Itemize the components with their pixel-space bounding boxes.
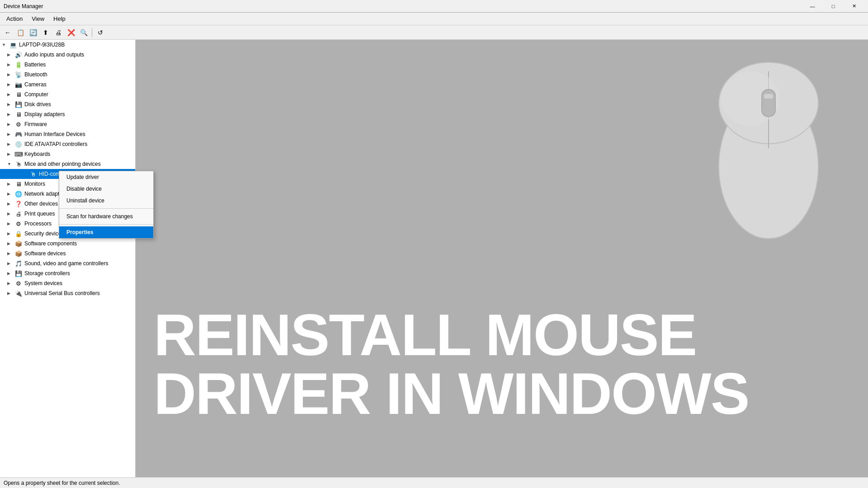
- tree-node-label: Computer: [24, 91, 48, 98]
- tree-node-icon: 🌐: [14, 190, 23, 198]
- tree-item[interactable]: ▶🎵Sound, video and game controllers: [0, 258, 135, 268]
- tree-item[interactable]: ▶💾Storage controllers: [0, 268, 135, 278]
- window-title: Device Manager: [4, 3, 802, 9]
- tree-expand-icon: ▶: [7, 122, 14, 127]
- svg-rect-5: [764, 94, 773, 99]
- tree-item[interactable]: ▶⚙System devices: [0, 278, 135, 288]
- tree-node-icon: 🎮: [14, 130, 23, 138]
- right-panel: REINSTALL MOUSE DRIVER IN WINDOWS: [136, 40, 868, 477]
- ctx-scan-hardware[interactable]: Scan for hardware changes: [59, 211, 153, 222]
- tree-node-label: Audio inputs and outputs: [24, 52, 84, 58]
- ctx-disable-device[interactable]: Disable device: [59, 183, 153, 195]
- overlay-line1: REINSTALL MOUSE: [154, 305, 850, 364]
- tree-node-icon: ❓: [14, 200, 23, 208]
- tree-expand-icon: ▶: [7, 192, 14, 196]
- tree-item[interactable]: ▶🔌Universal Serial Bus controllers: [0, 288, 135, 298]
- ctx-properties[interactable]: Properties: [59, 226, 153, 238]
- tree-panel[interactable]: ▼ 💻 LAPTOP-9I3IU28B ▶🔊Audio inputs and o…: [0, 40, 136, 477]
- tree-root[interactable]: ▼ 💻 LAPTOP-9I3IU28B: [0, 40, 135, 50]
- toolbar-scan[interactable]: 🔍: [78, 27, 90, 38]
- toolbar-rollback[interactable]: ⬆: [40, 27, 52, 38]
- tree-expand-icon: ▼: [7, 162, 14, 166]
- computer-icon: 💻: [9, 41, 17, 49]
- tree-node-label: Storage controllers: [24, 270, 70, 277]
- overlay-line2: DRIVER IN WINDOWS: [154, 364, 850, 423]
- tree-item[interactable]: ▶🔋Batteries: [0, 60, 135, 70]
- tree-expand-icon: ▶: [7, 52, 14, 57]
- title-bar: Device Manager — □ ✕: [0, 0, 868, 13]
- tree-expand-icon: ▶: [7, 281, 14, 286]
- tree-expand-icon: ▶: [7, 271, 14, 276]
- tree-node-label: Print queues: [24, 211, 55, 217]
- tree-item[interactable]: ▶🔊Audio inputs and outputs: [0, 50, 135, 60]
- tree-node-icon: 📦: [14, 249, 23, 258]
- menu-view[interactable]: View: [27, 14, 49, 24]
- tree-node-label: Processors: [24, 221, 52, 227]
- tree-expand-icon: ▶: [7, 182, 14, 186]
- tree-expand-icon: ▶: [7, 102, 14, 107]
- tree-node-label: Firmware: [24, 121, 47, 127]
- tree-node-label: Universal Serial Bus controllers: [24, 290, 100, 296]
- toolbar-refresh[interactable]: ↺: [94, 27, 106, 38]
- toolbar-uninstall[interactable]: ❌: [65, 27, 77, 38]
- tree-node-icon: 💿: [14, 140, 23, 148]
- tree-item[interactable]: ▶⚙Firmware: [0, 119, 135, 129]
- tree-node-label: Display adapters: [24, 111, 65, 117]
- tree-node-icon: 🖥: [14, 90, 23, 99]
- tree-expand-icon: ▶: [7, 211, 14, 216]
- tree-node-icon: 🔒: [14, 230, 23, 238]
- tree-item[interactable]: ▼🖱Mice and other pointing devices: [0, 159, 135, 169]
- menu-action[interactable]: Action: [2, 14, 27, 24]
- tree-node-label: Security devices: [24, 230, 64, 237]
- window-controls: — □ ✕: [802, 0, 864, 13]
- tree-node-label: Software components: [24, 240, 77, 247]
- tree-expand-icon: ▶: [7, 142, 14, 146]
- tree-expand-icon: ▶: [7, 251, 14, 256]
- tree-item[interactable]: ▶🎮Human Interface Devices: [0, 129, 135, 139]
- tree-node-label: Keyboards: [24, 151, 50, 157]
- tree-item[interactable]: ▶📷Cameras: [0, 80, 135, 89]
- tree-node-label: Software devices: [24, 250, 66, 257]
- tree-item[interactable]: ▶💾Disk drives: [0, 99, 135, 109]
- tree-node-icon: 📷: [14, 80, 23, 89]
- tree-node-label: System devices: [24, 280, 62, 286]
- tree-item[interactable]: ▶📦Software devices: [0, 249, 135, 258]
- tree-item[interactable]: ▶⌨Keyboards: [0, 149, 135, 159]
- svg-rect-4: [762, 89, 775, 117]
- status-text: Opens a property sheet for the current s…: [4, 480, 120, 486]
- tree-node-icon: ⚙: [14, 220, 23, 228]
- toolbar-back[interactable]: ←: [2, 27, 14, 38]
- tree-root-label: LAPTOP-9I3IU28B: [19, 42, 65, 48]
- tree-item[interactable]: ▶📡Bluetooth: [0, 70, 135, 80]
- tree-item[interactable]: ▶🖥Computer: [0, 89, 135, 99]
- toolbar: ← 📋 🔄 ⬆ 🖨 ❌ 🔍 ↺: [0, 25, 868, 40]
- minimize-button[interactable]: —: [802, 0, 823, 13]
- tree-node-label: Human Interface Devices: [24, 131, 85, 137]
- tree-item[interactable]: ▶🖥Display adapters: [0, 109, 135, 119]
- ctx-uninstall-device[interactable]: Uninstall device: [59, 195, 153, 206]
- toolbar-separator: [92, 28, 92, 37]
- tree-node-icon: 📦: [14, 239, 23, 248]
- tree-item[interactable]: ▶📦Software components: [0, 239, 135, 249]
- tree-node-label: Disk drives: [24, 101, 51, 108]
- tree-node-icon: 🔌: [14, 289, 23, 297]
- menu-help[interactable]: Help: [49, 14, 70, 24]
- close-button[interactable]: ✕: [844, 0, 864, 13]
- tree-expand-icon: ▶: [7, 291, 14, 296]
- tree-node-icon: 💾: [14, 100, 23, 108]
- context-menu: Update driver Disable device Uninstall d…: [59, 171, 154, 239]
- tree-node-label: Cameras: [24, 81, 47, 88]
- toolbar-disable[interactable]: 🖨: [52, 27, 64, 38]
- tree-node-icon: 💾: [14, 269, 23, 277]
- tree-node-label: IDE ATA/ATAPI controllers: [24, 141, 87, 147]
- tree-expand-icon: ▶: [7, 221, 14, 226]
- toolbar-properties[interactable]: 📋: [14, 27, 26, 38]
- ctx-separator-2: [59, 224, 153, 225]
- ctx-update-driver[interactable]: Update driver: [59, 171, 153, 183]
- status-bar: Opens a property sheet for the current s…: [0, 477, 868, 488]
- maximize-button[interactable]: □: [823, 0, 844, 13]
- tree-expand-icon: ▶: [7, 202, 14, 206]
- tree-node-label: Other devices: [24, 201, 58, 207]
- toolbar-update[interactable]: 🔄: [27, 27, 39, 38]
- tree-item[interactable]: ▶💿IDE ATA/ATAPI controllers: [0, 139, 135, 149]
